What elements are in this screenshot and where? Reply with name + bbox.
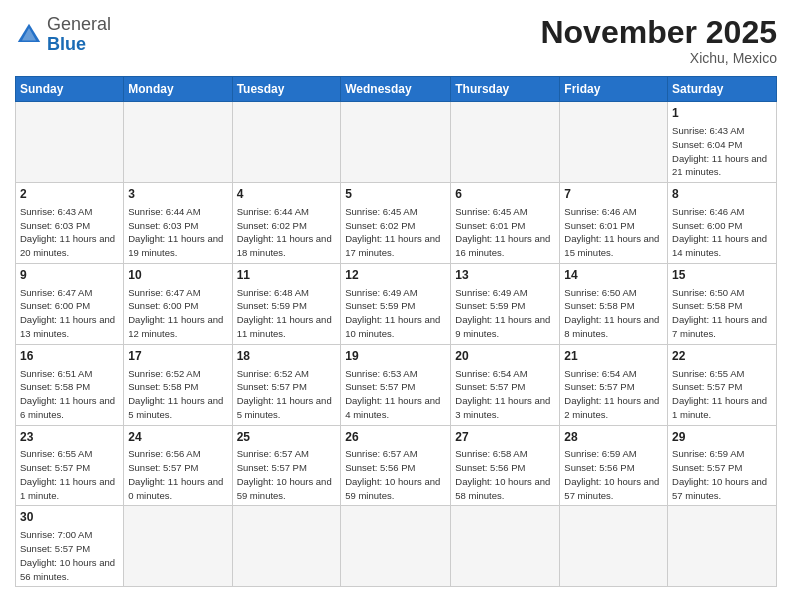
week-row-3: 9 Sunrise: 6:47 AMSunset: 6:00 PMDayligh… bbox=[16, 263, 777, 344]
week-row-2: 2 Sunrise: 6:43 AMSunset: 6:03 PMDayligh… bbox=[16, 183, 777, 264]
day-empty bbox=[451, 506, 560, 587]
day-empty bbox=[451, 102, 560, 183]
logo-blue: Blue bbox=[47, 34, 86, 54]
day-empty bbox=[560, 102, 668, 183]
day-9: 9 Sunrise: 6:47 AMSunset: 6:00 PMDayligh… bbox=[16, 263, 124, 344]
header-thursday: Thursday bbox=[451, 77, 560, 102]
day-empty bbox=[16, 102, 124, 183]
header-monday: Monday bbox=[124, 77, 232, 102]
day-5: 5 Sunrise: 6:45 AMSunset: 6:02 PMDayligh… bbox=[341, 183, 451, 264]
location: Xichu, Mexico bbox=[540, 50, 777, 66]
day-14: 14 Sunrise: 6:50 AMSunset: 5:58 PMDaylig… bbox=[560, 263, 668, 344]
title-block: November 2025 Xichu, Mexico bbox=[540, 15, 777, 66]
logo-general: General bbox=[47, 14, 111, 34]
day-13: 13 Sunrise: 6:49 AMSunset: 5:59 PMDaylig… bbox=[451, 263, 560, 344]
day-1: 1 Sunrise: 6:43 AMSunset: 6:04 PMDayligh… bbox=[668, 102, 777, 183]
day-18: 18 Sunrise: 6:52 AMSunset: 5:57 PMDaylig… bbox=[232, 344, 341, 425]
day-24: 24 Sunrise: 6:56 AMSunset: 5:57 PMDaylig… bbox=[124, 425, 232, 506]
day-empty bbox=[232, 506, 341, 587]
week-row-6: 30 Sunrise: 7:00 AMSunset: 5:57 PMDaylig… bbox=[16, 506, 777, 587]
day-8: 8 Sunrise: 6:46 AMSunset: 6:00 PMDayligh… bbox=[668, 183, 777, 264]
week-row-5: 23 Sunrise: 6:55 AMSunset: 5:57 PMDaylig… bbox=[16, 425, 777, 506]
day-empty bbox=[341, 102, 451, 183]
logo-text: General Blue bbox=[47, 15, 111, 55]
day-20: 20 Sunrise: 6:54 AMSunset: 5:57 PMDaylig… bbox=[451, 344, 560, 425]
month-title: November 2025 bbox=[540, 15, 777, 50]
header-friday: Friday bbox=[560, 77, 668, 102]
day-10: 10 Sunrise: 6:47 AMSunset: 6:00 PMDaylig… bbox=[124, 263, 232, 344]
header-wednesday: Wednesday bbox=[341, 77, 451, 102]
day-29: 29 Sunrise: 6:59 AMSunset: 5:57 PMDaylig… bbox=[668, 425, 777, 506]
day-7: 7 Sunrise: 6:46 AMSunset: 6:01 PMDayligh… bbox=[560, 183, 668, 264]
weekday-header-row: Sunday Monday Tuesday Wednesday Thursday… bbox=[16, 77, 777, 102]
header: General Blue November 2025 Xichu, Mexico bbox=[15, 15, 777, 66]
day-empty bbox=[560, 506, 668, 587]
day-30: 30 Sunrise: 7:00 AMSunset: 5:57 PMDaylig… bbox=[16, 506, 124, 587]
header-saturday: Saturday bbox=[668, 77, 777, 102]
day-empty bbox=[124, 506, 232, 587]
header-sunday: Sunday bbox=[16, 77, 124, 102]
day-27: 27 Sunrise: 6:58 AMSunset: 5:56 PMDaylig… bbox=[451, 425, 560, 506]
day-17: 17 Sunrise: 6:52 AMSunset: 5:58 PMDaylig… bbox=[124, 344, 232, 425]
day-22: 22 Sunrise: 6:55 AMSunset: 5:57 PMDaylig… bbox=[668, 344, 777, 425]
day-3: 3 Sunrise: 6:44 AMSunset: 6:03 PMDayligh… bbox=[124, 183, 232, 264]
day-empty bbox=[232, 102, 341, 183]
day-12: 12 Sunrise: 6:49 AMSunset: 5:59 PMDaylig… bbox=[341, 263, 451, 344]
day-16: 16 Sunrise: 6:51 AMSunset: 5:58 PMDaylig… bbox=[16, 344, 124, 425]
week-row-4: 16 Sunrise: 6:51 AMSunset: 5:58 PMDaylig… bbox=[16, 344, 777, 425]
logo-icon bbox=[15, 21, 43, 49]
day-4: 4 Sunrise: 6:44 AMSunset: 6:02 PMDayligh… bbox=[232, 183, 341, 264]
day-11: 11 Sunrise: 6:48 AMSunset: 5:59 PMDaylig… bbox=[232, 263, 341, 344]
calendar-table: Sunday Monday Tuesday Wednesday Thursday… bbox=[15, 76, 777, 587]
day-empty bbox=[124, 102, 232, 183]
day-26: 26 Sunrise: 6:57 AMSunset: 5:56 PMDaylig… bbox=[341, 425, 451, 506]
day-2: 2 Sunrise: 6:43 AMSunset: 6:03 PMDayligh… bbox=[16, 183, 124, 264]
day-28: 28 Sunrise: 6:59 AMSunset: 5:56 PMDaylig… bbox=[560, 425, 668, 506]
logo: General Blue bbox=[15, 15, 111, 55]
day-21: 21 Sunrise: 6:54 AMSunset: 5:57 PMDaylig… bbox=[560, 344, 668, 425]
page: General Blue November 2025 Xichu, Mexico… bbox=[0, 0, 792, 612]
day-23: 23 Sunrise: 6:55 AMSunset: 5:57 PMDaylig… bbox=[16, 425, 124, 506]
day-19: 19 Sunrise: 6:53 AMSunset: 5:57 PMDaylig… bbox=[341, 344, 451, 425]
day-6: 6 Sunrise: 6:45 AMSunset: 6:01 PMDayligh… bbox=[451, 183, 560, 264]
header-tuesday: Tuesday bbox=[232, 77, 341, 102]
day-15: 15 Sunrise: 6:50 AMSunset: 5:58 PMDaylig… bbox=[668, 263, 777, 344]
day-25: 25 Sunrise: 6:57 AMSunset: 5:57 PMDaylig… bbox=[232, 425, 341, 506]
day-empty bbox=[341, 506, 451, 587]
week-row-1: 1 Sunrise: 6:43 AMSunset: 6:04 PMDayligh… bbox=[16, 102, 777, 183]
day-empty bbox=[668, 506, 777, 587]
